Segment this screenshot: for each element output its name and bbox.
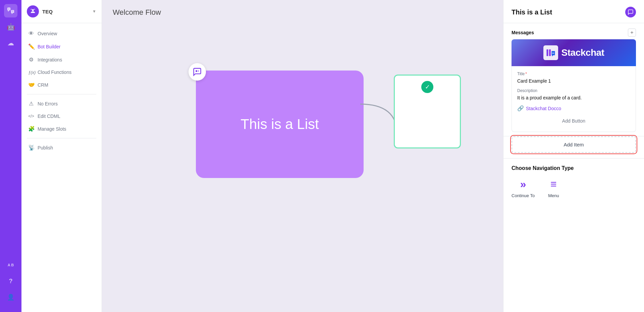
card-area: Stackchat Title * Card Example 1 De bbox=[503, 39, 644, 132]
svg-rect-9 bbox=[546, 49, 548, 56]
title-label: Title * bbox=[517, 72, 630, 76]
connected-node[interactable]: ✓ bbox=[394, 75, 461, 148]
svg-rect-7 bbox=[198, 71, 199, 72]
navigation-type-options: » Continue To ≡ Menu bbox=[512, 178, 636, 198]
continue-to-label: Continue To bbox=[512, 193, 535, 198]
sidebar-header: TEQ ▼ bbox=[21, 0, 102, 23]
add-button-text[interactable]: Add Button bbox=[517, 116, 630, 126]
sidebar-item-label: Integrations bbox=[38, 57, 62, 62]
description-field: Description It is a proud example of a c… bbox=[517, 88, 630, 101]
sidebar-item-label: CRM bbox=[38, 82, 48, 88]
nav-divider-2 bbox=[27, 138, 96, 138]
check-icon: ✓ bbox=[421, 81, 433, 93]
stackchat-banner: Stackchat bbox=[512, 39, 636, 66]
sidebar-item-manage-slots[interactable]: 🧩 Manage Slots bbox=[21, 122, 102, 135]
sidebar-item-label: Cloud Functions bbox=[38, 70, 71, 75]
chat-bubbles-icon[interactable] bbox=[4, 4, 17, 17]
navigation-type-title: Choose Navigation Type bbox=[512, 165, 636, 171]
required-indicator: * bbox=[525, 72, 527, 76]
svg-point-11 bbox=[552, 53, 553, 54]
svg-rect-5 bbox=[196, 70, 197, 72]
svg-rect-3 bbox=[11, 11, 14, 12]
overview-icon: 👁 bbox=[28, 31, 34, 37]
sidebar-item-crm[interactable]: 🤝 CRM bbox=[21, 78, 102, 91]
sidebar-item-label: Edit CDML bbox=[38, 114, 60, 119]
right-panel-header: This is a List bbox=[503, 0, 644, 23]
sidebar-item-publish[interactable]: 📡 Publish bbox=[21, 141, 102, 154]
add-message-button[interactable]: + bbox=[628, 29, 636, 37]
sidebar-item-label: Manage Slots bbox=[38, 126, 66, 132]
stackchat-logo: Stackchat bbox=[543, 45, 604, 60]
sidebar-item-label: Overview bbox=[38, 31, 57, 36]
svg-rect-1 bbox=[8, 9, 10, 10]
user-icon[interactable]: 👤 bbox=[4, 291, 17, 304]
messages-label: Messages bbox=[512, 30, 534, 35]
list-node-text: This is a List bbox=[240, 116, 319, 132]
title-value[interactable]: Card Example 1 bbox=[517, 78, 630, 84]
function-icon: ƒ(x) bbox=[28, 70, 34, 75]
navigation-type-section: Choose Navigation Type » Continue To ≡ M… bbox=[503, 158, 644, 205]
sidebar-item-cloud-functions[interactable]: ƒ(x) Cloud Functions bbox=[21, 66, 102, 78]
chevron-down-icon: ▼ bbox=[92, 9, 96, 14]
sidebar-item-overview[interactable]: 👁 Overview bbox=[21, 27, 102, 40]
slots-icon: 🧩 bbox=[28, 126, 34, 132]
integrations-icon: ⚙ bbox=[28, 56, 34, 63]
stackchat-docco-link[interactable]: 🔗 Stackchat Docco bbox=[517, 105, 630, 112]
svg-rect-10 bbox=[549, 49, 551, 56]
svg-point-12 bbox=[553, 53, 554, 54]
cloud-icon[interactable]: ☁ bbox=[4, 36, 17, 50]
edit-icon: ✏️ bbox=[28, 43, 34, 50]
continue-to-icon: » bbox=[520, 178, 526, 190]
icon-bar-bottom: A B ? 👤 bbox=[4, 258, 17, 308]
messages-section: Messages + bbox=[503, 23, 644, 136]
sidebar-item-integrations[interactable]: ⚙ Integrations bbox=[21, 53, 102, 66]
list-node-icon bbox=[189, 63, 206, 81]
sidebar-item-label: Bot Builder bbox=[38, 44, 60, 49]
brand-logo bbox=[27, 5, 39, 17]
chat-panel-icon[interactable] bbox=[625, 7, 636, 17]
right-panel-body: Messages + bbox=[503, 23, 644, 312]
sidebar-item-bot-builder[interactable]: ✏️ Bot Builder bbox=[21, 40, 102, 53]
menu-label: Menu bbox=[548, 193, 559, 198]
menu-option[interactable]: ≡ Menu bbox=[548, 178, 559, 198]
continue-to-option[interactable]: » Continue To bbox=[512, 178, 535, 198]
link-icon: 🔗 bbox=[517, 105, 524, 112]
help-icon[interactable]: ? bbox=[4, 274, 17, 288]
main-canvas: Welcome Flow This is a List ✓ bbox=[102, 0, 503, 312]
list-node[interactable]: This is a List bbox=[196, 71, 364, 178]
stackchat-icon-box bbox=[543, 45, 558, 60]
publish-icon: 📡 bbox=[28, 144, 34, 151]
card-form: Title * Card Example 1 Description It is… bbox=[512, 66, 636, 132]
icon-bar-top: 🤖 ☁ bbox=[4, 4, 17, 256]
right-panel: This is a List Messages + bbox=[503, 0, 644, 312]
sidebar-nav: 👁 Overview ✏️ Bot Builder ⚙ Integrations… bbox=[21, 23, 102, 312]
crm-icon: 🤝 bbox=[28, 82, 34, 88]
language-icon[interactable]: A B bbox=[4, 258, 17, 272]
nav-divider-1 bbox=[27, 94, 96, 94]
stackchat-brand-name: Stackchat bbox=[561, 47, 604, 58]
warning-icon: ⚠ bbox=[28, 100, 34, 107]
robot-icon[interactable]: 🤖 bbox=[4, 20, 17, 34]
messages-header: Messages + bbox=[503, 23, 644, 39]
sidebar-item-label: No Errors bbox=[38, 101, 58, 106]
right-panel-title: This is a List bbox=[512, 8, 552, 16]
svg-point-4 bbox=[32, 9, 34, 11]
sidebar-item-edit-cdml[interactable]: </> Edit CDML bbox=[21, 110, 102, 122]
code-icon: </> bbox=[28, 114, 34, 119]
sidebar-item-no-errors[interactable]: ⚠ No Errors bbox=[21, 97, 102, 110]
title-field: Title * Card Example 1 bbox=[517, 72, 630, 84]
icon-bar: 🤖 ☁ A B ? 👤 bbox=[0, 0, 21, 312]
add-item-button[interactable]: Add Item bbox=[512, 136, 636, 153]
description-value[interactable]: It is a proud example of a card. bbox=[517, 94, 630, 101]
brand-name: TEQ bbox=[42, 9, 53, 14]
description-label: Description bbox=[517, 88, 630, 93]
sidebar-item-label: Publish bbox=[38, 145, 53, 150]
flow-title: Welcome Flow bbox=[113, 8, 161, 17]
menu-icon: ≡ bbox=[550, 178, 557, 190]
sidebar: TEQ ▼ 👁 Overview ✏️ Bot Builder ⚙ Integr… bbox=[21, 0, 102, 312]
svg-rect-6 bbox=[198, 70, 199, 71]
